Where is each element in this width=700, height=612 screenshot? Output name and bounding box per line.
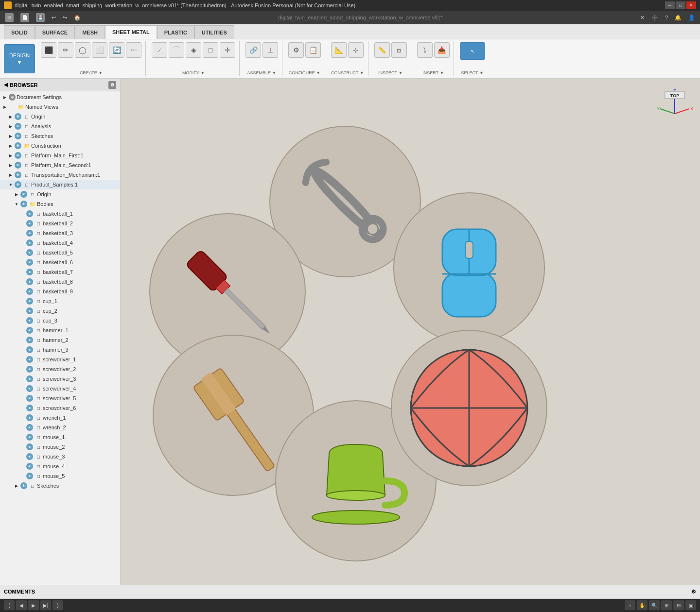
tree-item-mouse4[interactable]: 👁□mouse_4: [0, 461, 120, 471]
notification-icon[interactable]: 🔔: [672, 12, 684, 23]
tree-item-sd1[interactable]: 👁□screwdriver_1: [0, 355, 120, 364]
construct-btn2[interactable]: ⊹: [348, 42, 364, 58]
design-dropdown[interactable]: DESIGN ▼: [4, 44, 35, 73]
tree-item-basketball2[interactable]: 👁□basketball_2: [0, 219, 120, 228]
tree-item-transport[interactable]: ▶ 👁 □ Transportation_Mechanism:1: [0, 170, 120, 180]
modify-fillet[interactable]: ⌒: [169, 42, 184, 58]
tab-mesh[interactable]: MESH: [75, 25, 105, 39]
modify-shell[interactable]: □: [203, 42, 218, 58]
tree-item-cup3[interactable]: 👁□cup_3: [0, 316, 120, 325]
minimize-button[interactable]: ─: [665, 1, 675, 9]
file-button[interactable]: 📄: [18, 12, 32, 23]
status-fit-btn[interactable]: ⊞: [661, 600, 672, 610]
tree-item-basketball8[interactable]: 👁□basketball_8: [0, 277, 120, 287]
select-btn[interactable]: ↖: [460, 42, 485, 60]
tree-item-basketball3[interactable]: 👁□basketball_3: [0, 228, 120, 238]
tree-item-cup1[interactable]: 👁□cup_1: [0, 296, 120, 306]
save-button[interactable]: 💾: [33, 12, 48, 23]
tree-item-wrench2[interactable]: 👁□wrench_2: [0, 423, 120, 432]
insert-btn2[interactable]: 📥: [434, 42, 450, 58]
create-extrude[interactable]: ⬜: [92, 42, 107, 58]
construct-btn1[interactable]: 📐: [331, 42, 347, 58]
tree-item-mouse2[interactable]: 👁□mouse_2: [0, 442, 120, 452]
tree-item-wrench1[interactable]: 👁□wrench_1: [0, 413, 120, 423]
browser-settings-icon[interactable]: ⚙: [108, 81, 116, 89]
tree-item-document-settings[interactable]: ▶ ⚙ Document Settings: [0, 92, 120, 102]
tree-item-hammer3[interactable]: 👁□hammer_3: [0, 345, 120, 355]
tree-item-basketball7[interactable]: 👁□basketball_7: [0, 267, 120, 277]
expander-ps-origin: ▶: [14, 191, 19, 197]
tree-item-mouse5[interactable]: 👁□mouse_5: [0, 471, 120, 481]
tree-item-ps-origin[interactable]: ▶ 👁 □ Origin: [0, 189, 120, 199]
status-play-prev-btn[interactable]: ◀: [16, 600, 27, 610]
tree-item-basketball6[interactable]: 👁□basketball_6: [0, 257, 120, 267]
close-button[interactable]: ✕: [686, 1, 696, 9]
create-more[interactable]: ⋯: [126, 42, 141, 58]
new-tab-button[interactable]: ➕: [648, 12, 661, 23]
status-grid-btn[interactable]: ⊟: [673, 600, 684, 610]
modify-move[interactable]: ✛: [220, 42, 235, 58]
assemble-joint[interactable]: 🔗: [245, 42, 261, 58]
tree-item-basketball4[interactable]: 👁□basketball_4: [0, 238, 120, 248]
modify-chamfer[interactable]: ◈: [186, 42, 201, 58]
tree-item-platform-second[interactable]: ▶ 👁 □ Platform_Main_Second:1: [0, 160, 120, 170]
status-pan-btn[interactable]: ✋: [637, 600, 648, 610]
tree-item-origin[interactable]: ▶ 👁 □ Origin: [0, 112, 120, 121]
configure-btn2[interactable]: 📋: [305, 42, 321, 58]
home-button[interactable]: 🏠: [71, 12, 84, 23]
tab-surface[interactable]: SURFACE: [35, 25, 75, 39]
create-new-component[interactable]: ⬛: [41, 42, 56, 58]
tree-item-ps-sketches[interactable]: ▶ 👁 □ Sketches: [0, 481, 120, 491]
redo-button[interactable]: ↪: [60, 12, 70, 23]
undo-button[interactable]: ↩: [49, 12, 59, 23]
tree-item-product-samples[interactable]: ▼ 👁 □ Product_Samples:1: [0, 180, 120, 189]
tree-item-sd4[interactable]: 👁□screwdriver_4: [0, 384, 120, 393]
assemble-ground[interactable]: ⊥: [262, 42, 278, 58]
user-icon[interactable]: 👤: [685, 12, 698, 23]
tree-item-hammer2[interactable]: 👁□hammer_2: [0, 335, 120, 345]
tree-item-analysis[interactable]: ▶ 👁 □ Analysis: [0, 121, 120, 131]
create-sketch[interactable]: ✏: [58, 42, 73, 58]
tree-item-sd5[interactable]: 👁□screwdriver_5: [0, 393, 120, 403]
tree-item-sketches[interactable]: ▶ 👁 □ Sketches: [0, 131, 120, 141]
tab-solid[interactable]: SOLID: [4, 25, 35, 39]
viewport[interactable]: TOP X Y Z: [121, 79, 700, 585]
tree-item-sd6[interactable]: 👁□screwdriver_6: [0, 403, 120, 413]
tree-item-mouse1[interactable]: 👁□mouse_1: [0, 432, 120, 442]
status-back-btn[interactable]: ⟨: [4, 600, 15, 610]
tree-item-sd2[interactable]: 👁□screwdriver_2: [0, 364, 120, 374]
inspect-section[interactable]: ⧈: [391, 42, 407, 58]
status-end-btn[interactable]: ⟩: [52, 600, 63, 610]
close-tab-button[interactable]: ✕: [637, 12, 648, 23]
modify-press-pull[interactable]: ⟋: [152, 42, 167, 58]
tree-item-basketball5[interactable]: 👁□basketball_5: [0, 248, 120, 257]
status-play-btn[interactable]: ▶: [28, 600, 39, 610]
tree-item-construction[interactable]: ▶ 👁 📁 Construction: [0, 141, 120, 151]
status-display-btn[interactable]: ▣: [685, 600, 696, 610]
browser-collapse-arrow[interactable]: ◀: [4, 82, 8, 88]
inspect-measure[interactable]: 📏: [374, 42, 390, 58]
create-revolve[interactable]: 🔄: [109, 42, 124, 58]
insert-btn1[interactable]: ⤵: [417, 42, 433, 58]
status-zoom-btn[interactable]: 🔍: [649, 600, 660, 610]
tree-item-mouse3[interactable]: 👁□mouse_3: [0, 452, 120, 461]
tree-item-platform-first[interactable]: ▶ 👁 □ Platform_Main_First:1: [0, 151, 120, 160]
configure-btn1[interactable]: ⚙: [288, 42, 304, 58]
tree-item-bodies[interactable]: ▼ 👁 📁 Bodies: [0, 199, 120, 209]
tree-item-sd3[interactable]: 👁□screwdriver_3: [0, 374, 120, 384]
tab-plastic[interactable]: PLASTIC: [157, 25, 194, 39]
maximize-button[interactable]: □: [676, 1, 685, 9]
tree-item-named-views[interactable]: ▶ 📁 Named Views: [0, 102, 120, 112]
create-form[interactable]: ◯: [75, 42, 90, 58]
status-home-btn[interactable]: ⌂: [625, 600, 635, 610]
tab-utilities[interactable]: UTILITIES: [194, 25, 234, 39]
status-play-next-btn[interactable]: ▶|: [40, 600, 51, 610]
tree-item-cup2[interactable]: 👁□cup_2: [0, 306, 120, 316]
apps-button[interactable]: ⊞: [2, 12, 17, 23]
comments-settings-icon[interactable]: ⚙: [691, 589, 696, 595]
tab-sheet-metal[interactable]: SHEET METAL: [105, 25, 157, 39]
help-icon[interactable]: ?: [662, 12, 671, 23]
tree-item-basketball9[interactable]: 👁□basketball_9: [0, 287, 120, 296]
tree-item-basketball1[interactable]: 👁□basketball_1: [0, 209, 120, 219]
tree-item-hammer1[interactable]: 👁□hammer_1: [0, 325, 120, 335]
